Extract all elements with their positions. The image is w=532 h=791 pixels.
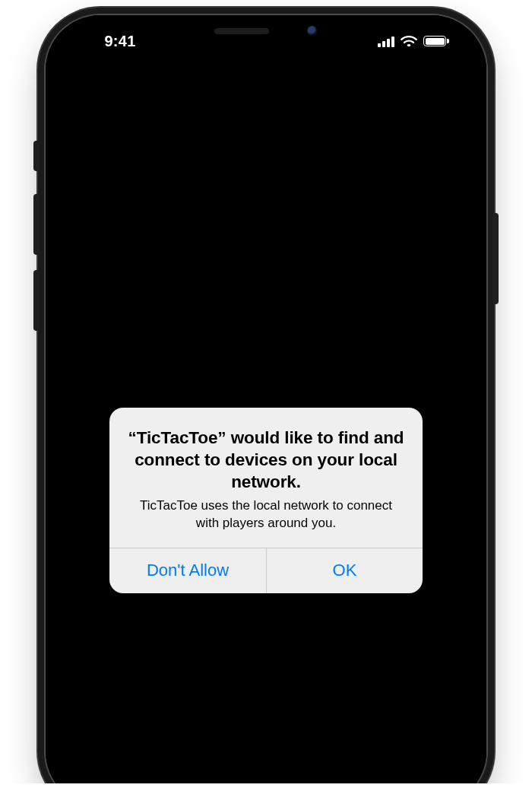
permission-alert: “TicTacToe” would like to find and conne… [109, 408, 423, 593]
status-left: 9:41 [67, 33, 173, 50]
volume-down-button [33, 270, 40, 331]
dont-allow-button[interactable]: Don't Allow [109, 548, 266, 593]
battery-icon [423, 36, 446, 46]
mute-switch [33, 141, 40, 171]
iphone-frame: 9:41 [46, 15, 486, 791]
image-crop-edge [0, 783, 532, 791]
ok-button[interactable]: OK [266, 548, 423, 593]
alert-body: “TicTacToe” would like to find and conne… [109, 408, 423, 548]
side-button [492, 213, 499, 304]
alert-message: TicTacToe uses the local network to conn… [126, 497, 406, 532]
screen: 9:41 [46, 15, 486, 791]
phone-mask: 9:41 [46, 15, 486, 791]
wifi-icon [401, 35, 417, 47]
status-bar: 9:41 [46, 15, 486, 53]
status-time: 9:41 [104, 33, 135, 50]
signal-bars-icon [378, 36, 394, 47]
canvas: 9:41 [0, 0, 532, 791]
alert-title: “TicTacToe” would like to find and conne… [126, 427, 406, 493]
volume-up-button [33, 194, 40, 255]
status-right [359, 35, 465, 47]
alert-buttons: Don't Allow OK [109, 548, 423, 593]
